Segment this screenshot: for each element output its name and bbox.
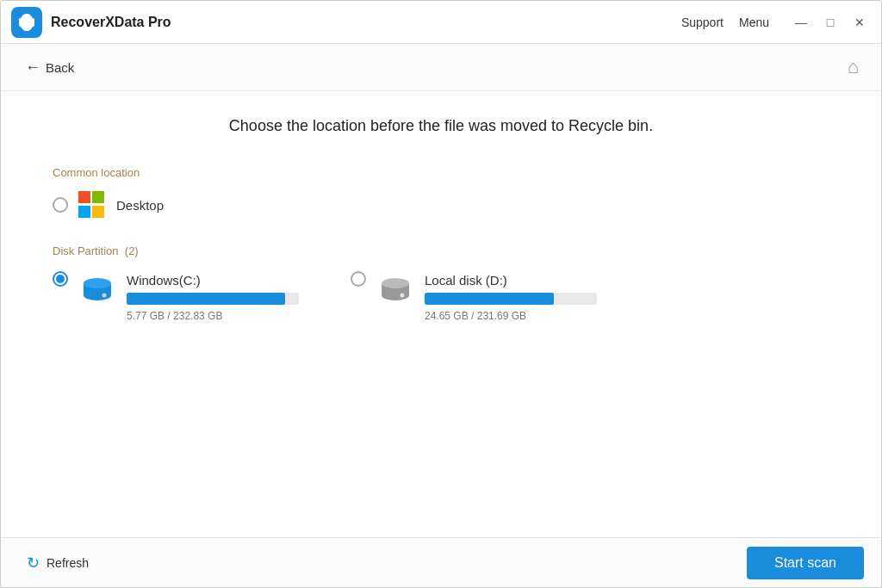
titlebar-nav: Support Menu [681, 15, 769, 29]
disk-c-bar [127, 293, 285, 305]
back-label: Back [46, 60, 74, 75]
main-content: Choose the location before the file was … [1, 91, 881, 537]
minimize-button[interactable]: — [790, 11, 812, 34]
hdd-icon-blue [80, 271, 115, 309]
maximize-button[interactable]: □ [819, 11, 842, 34]
disk-d-item[interactable]: Local disk (D:) 24.65 GB / 231.69 GB [351, 271, 597, 322]
home-button[interactable]: ⌂ [842, 53, 864, 82]
disk-c-name: Windows(C:) [127, 273, 299, 288]
disk-c-info: Windows(C:) 5.77 GB / 232.83 GB [127, 271, 299, 322]
back-button[interactable]: ← Back [18, 55, 81, 80]
toolbar: ← Back ⌂ [1, 44, 881, 91]
start-scan-button[interactable]: Start scan [747, 547, 864, 579]
menu-link[interactable]: Menu [739, 15, 769, 29]
app-logo [11, 7, 42, 38]
common-location-section: Common location Desktop [53, 166, 829, 219]
desktop-option[interactable]: Desktop [53, 191, 829, 219]
window-controls: — □ ✕ [790, 11, 871, 34]
disk-c-bar-wrap [127, 293, 299, 305]
common-location-label: Common location [53, 166, 829, 179]
disk-d-bar-wrap [425, 293, 597, 305]
hdd-icon-gray [378, 271, 413, 309]
titlebar-right: Support Menu — □ ✕ [681, 11, 871, 34]
titlebar-left: RecoverXData Pro [11, 7, 171, 38]
disk-c-size: 5.77 GB / 232.83 GB [127, 310, 299, 322]
footer: ↻ Refresh Start scan [1, 537, 881, 587]
disk-d-radio[interactable] [351, 271, 366, 287]
refresh-label: Refresh [47, 556, 89, 570]
svg-point-2 [84, 278, 111, 288]
disk-d-bar [425, 293, 554, 305]
close-button[interactable]: ✕ [848, 11, 871, 34]
disk-c-radio[interactable] [53, 271, 68, 287]
svg-point-3 [102, 294, 107, 298]
logo-icon [16, 12, 37, 33]
disk-d-name: Local disk (D:) [425, 273, 597, 288]
windows-logo-icon [78, 191, 106, 219]
disk-d-info: Local disk (D:) 24.65 GB / 231.69 GB [425, 271, 597, 322]
back-arrow-icon: ← [25, 59, 40, 77]
disk-partition-section: Disk Partition (2) [53, 244, 829, 322]
disk-d-size: 24.65 GB / 231.69 GB [425, 310, 597, 322]
svg-point-6 [382, 278, 409, 288]
refresh-icon: ↻ [27, 554, 40, 573]
refresh-button[interactable]: ↻ Refresh [18, 548, 97, 578]
support-link[interactable]: Support [681, 15, 724, 29]
titlebar: RecoverXData Pro Support Menu — □ ✕ [1, 1, 881, 44]
main-window: RecoverXData Pro Support Menu — □ ✕ ← Ba… [0, 0, 882, 588]
disk-partition-label: Disk Partition (2) [53, 244, 829, 257]
app-title: RecoverXData Pro [51, 15, 171, 30]
disk-grid: Windows(C:) 5.77 GB / 232.83 GB [53, 271, 829, 322]
svg-point-7 [401, 294, 405, 298]
desktop-radio[interactable] [53, 197, 68, 213]
home-icon: ⌂ [848, 56, 859, 77]
disk-c-item[interactable]: Windows(C:) 5.77 GB / 232.83 GB [53, 271, 299, 322]
desktop-label: Desktop [116, 198, 164, 213]
page-title: Choose the location before the file was … [53, 117, 829, 135]
